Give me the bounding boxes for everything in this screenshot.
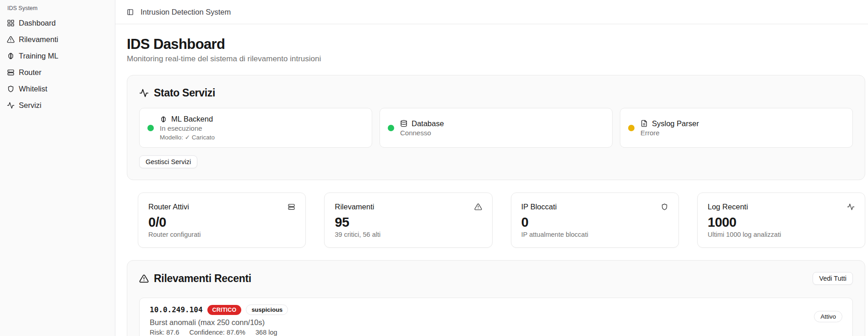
service-name-row: Database <box>400 119 444 128</box>
services-card-header: Stato Servizi <box>139 87 853 99</box>
layout-grid-icon <box>7 19 15 27</box>
stat-title: IP Bloccati <box>521 203 557 211</box>
services-card-title: Stato Servizi <box>154 87 215 99</box>
status-dot <box>628 125 635 131</box>
server-icon <box>7 69 15 76</box>
detection-ip: 10.0.249.104 <box>150 305 203 314</box>
stat-card-header: Rilevamenti <box>335 203 482 211</box>
service-name-row: Syslog Parser <box>640 119 699 128</box>
stat-card-header: Router Attivi <box>148 203 295 211</box>
stat-caption: 39 critici, 56 alti <box>335 231 482 238</box>
page-content: IDS Dashboard Monitoring real-time del s… <box>115 24 868 336</box>
service-body: Syslog Parser Errore <box>640 119 699 137</box>
sidebar-item-dashboard[interactable]: Dashboard <box>6 16 108 30</box>
detection-description: Burst anomali (max 250 conn/10s) <box>150 318 842 327</box>
service-card-syslog-parser: Syslog Parser Errore <box>620 108 853 148</box>
panel-left-icon[interactable] <box>127 9 134 16</box>
shield-icon <box>661 203 668 211</box>
stat-caption: Ultimi 1000 log analizzati <box>708 231 855 238</box>
stat-card-ip-bloccati: IP Bloccati 0 IP attualmente bloccati <box>511 192 679 248</box>
detections-card-title: Rilevamenti Recenti <box>154 272 251 285</box>
status-dot <box>147 125 154 131</box>
service-detail: Modello: ✓ Caricato <box>160 133 215 141</box>
triangle-alert-icon <box>474 203 482 211</box>
detection-row: 10.0.249.104 CRITICO suspicious Burst an… <box>139 298 853 336</box>
topbar: Intrusion Detection System <box>115 0 868 24</box>
main-area: Intrusion Detection System IDS Dashboard… <box>115 0 868 336</box>
stat-card-header: IP Bloccati <box>521 203 668 211</box>
service-card-ml-backend: ML Backend In esecuzione Modello: ✓ Cari… <box>139 108 372 148</box>
shield-icon <box>7 85 15 93</box>
stat-card-rilevamenti: Rilevamenti 95 39 critici, 56 alti <box>324 192 492 248</box>
sidebar-item-label: Rilevamenti <box>19 35 58 44</box>
activity-icon <box>139 88 149 98</box>
stat-title: Router Attivi <box>148 203 189 211</box>
service-status: In esecuzione <box>160 124 215 132</box>
stat-value: 0/0 <box>148 215 295 229</box>
stat-value: 0 <box>521 215 668 229</box>
database-icon <box>400 120 407 127</box>
page-subtitle: Monitoring real-time del sistema di rile… <box>127 54 865 64</box>
brain-icon <box>7 52 15 60</box>
activity-icon <box>7 101 15 109</box>
stat-caption: IP attualmente bloccati <box>521 231 668 238</box>
detection-log-count: 368 log <box>255 329 277 336</box>
sidebar-item-rilevamenti[interactable]: Rilevamenti <box>6 32 108 46</box>
service-name: Database <box>412 119 444 128</box>
service-name: Syslog Parser <box>652 119 699 128</box>
detection-header-row: 10.0.249.104 CRITICO suspicious <box>150 304 842 315</box>
manage-services-button[interactable]: Gestisci Servizi <box>139 155 197 168</box>
stat-value: 1000 <box>708 215 855 229</box>
triangle-alert-icon <box>7 36 15 43</box>
sidebar-item-whitelist[interactable]: Whitelist <box>6 82 108 96</box>
detection-confidence: Confidence: 87.6% <box>189 329 245 336</box>
stat-title: Rilevamenti <box>335 203 374 211</box>
detections-card-header: Rilevamenti Recenti Vedi Tutti <box>139 272 853 285</box>
sidebar-item-label: Servizi <box>19 101 42 110</box>
severity-badge: CRITICO <box>207 305 242 315</box>
service-status: Connesso <box>400 129 444 137</box>
service-name: ML Backend <box>171 115 213 123</box>
sidebar-item-label: Dashboard <box>19 19 56 27</box>
recent-detections-card: Rilevamenti Recenti Vedi Tutti 10.0.249.… <box>127 260 865 336</box>
file-text-icon <box>640 120 648 127</box>
service-body: ML Backend In esecuzione Modello: ✓ Cari… <box>160 115 215 141</box>
stat-title: Log Recenti <box>708 203 748 211</box>
app-root: IDS System Dashboard Rilevamenti Trainin… <box>0 0 868 336</box>
sidebar-item-label: Whitelist <box>19 85 47 93</box>
active-state-badge: Attivo <box>814 311 842 322</box>
service-status: Errore <box>640 129 699 137</box>
sidebar-item-servizi[interactable]: Servizi <box>6 98 108 112</box>
sidebar-nav: Dashboard Rilevamenti Training ML Router… <box>6 16 108 112</box>
stat-card-router-attivi: Router Attivi 0/0 Router configurati <box>138 192 306 248</box>
topbar-title: Intrusion Detection System <box>141 8 231 16</box>
sidebar: IDS System Dashboard Rilevamenti Trainin… <box>0 0 115 336</box>
status-dot <box>388 125 394 131</box>
brain-icon <box>160 116 167 123</box>
sidebar-item-label: Training ML <box>19 52 59 60</box>
page-title: IDS Dashboard <box>127 36 865 53</box>
sidebar-item-training-ml[interactable]: Training ML <box>6 49 108 63</box>
service-body: Database Connesso <box>400 119 444 137</box>
tag-badge: suspicious <box>246 304 288 315</box>
view-all-button[interactable]: Vedi Tutti <box>813 272 853 285</box>
server-icon <box>288 203 295 211</box>
detection-meta-row: Risk: 87.6 Confidence: 87.6% 368 log <box>150 329 842 336</box>
sidebar-item-router[interactable]: Router <box>6 65 108 79</box>
stat-card-header: Log Recenti <box>708 203 855 211</box>
stats-row: Router Attivi 0/0 Router configurati Ril… <box>138 192 865 248</box>
sidebar-brand: IDS System <box>6 5 108 12</box>
service-name-row: ML Backend <box>160 115 215 123</box>
stat-caption: Router configurati <box>148 231 295 238</box>
detection-risk: Risk: 87.6 <box>150 329 179 336</box>
services-grid: ML Backend In esecuzione Modello: ✓ Cari… <box>139 108 853 148</box>
activity-icon <box>847 203 855 211</box>
sidebar-item-label: Router <box>19 68 42 77</box>
triangle-alert-icon <box>139 274 149 283</box>
services-status-card: Stato Servizi ML Backend In esecuzione M… <box>127 75 865 180</box>
service-card-database: Database Connesso <box>380 108 613 148</box>
stat-value: 95 <box>335 215 482 229</box>
stat-card-log-recenti: Log Recenti 1000 Ultimi 1000 log analizz… <box>697 192 865 248</box>
